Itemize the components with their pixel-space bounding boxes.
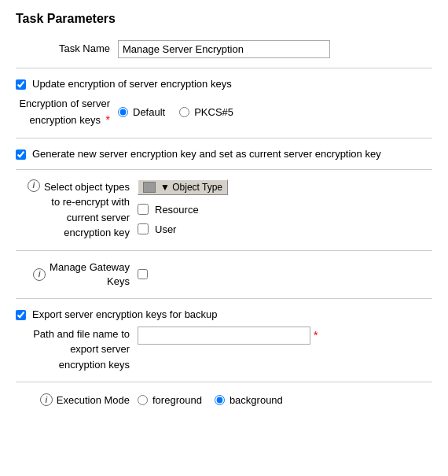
divider-2 (16, 138, 432, 138)
generate-key-row: Generate new server encryption key and s… (16, 148, 432, 160)
radio-foreground-label: foreground (152, 394, 202, 406)
enc-keys-label: Encryption of serverencryption keys * (16, 96, 118, 128)
export-path-row: Path and file name toexport serverencryp… (16, 327, 432, 373)
gateway-row: i Manage GatewayKeys (16, 260, 432, 289)
divider-5 (16, 298, 432, 299)
divider-6 (16, 382, 432, 382)
export-path-required: * (314, 329, 318, 341)
enc-keys-row: Encryption of serverencryption keys * De… (16, 96, 432, 128)
generate-key-label: Generate new server encryption key and s… (32, 148, 381, 160)
resource-row: Resource (138, 204, 228, 216)
user-label: User (155, 223, 176, 235)
object-type-btn-label: ▼ Object Type (160, 182, 222, 193)
object-type-label: Select object typesto re-encrypt withcur… (44, 179, 130, 241)
task-name-input[interactable] (118, 40, 330, 58)
task-name-label: Task Name (16, 42, 118, 56)
export-path-wrap: * (138, 327, 318, 345)
gateway-label: i Manage GatewayKeys (16, 260, 138, 289)
divider-4 (16, 250, 432, 251)
resource-checkbox[interactable] (138, 204, 149, 215)
radio-default[interactable] (118, 107, 128, 117)
update-encryption-label: Update encryption of server encryption k… (32, 78, 232, 90)
radio-pkcs-label: PKCS#5 (194, 106, 233, 118)
gateway-keys-label: Manage GatewayKeys (50, 260, 130, 289)
enc-keys-radio-group: Default PKCS#5 (118, 106, 243, 118)
resource-label: Resource (155, 204, 199, 216)
execution-mode-label: Execution Mode (57, 394, 130, 406)
info-icon-3: i (40, 393, 53, 406)
export-path-label: Path and file name toexport serverencryp… (16, 327, 138, 373)
divider-3 (16, 169, 432, 170)
info-icon-1: i (28, 179, 40, 192)
object-type-header: ▼ Object Type (138, 179, 228, 195)
gateway-checkbox[interactable] (138, 269, 148, 279)
task-name-row: Task Name (16, 40, 432, 58)
enc-keys-required: * (106, 113, 110, 126)
execution-row: i Execution Mode foreground background (16, 393, 432, 406)
radio-foreground[interactable] (138, 395, 148, 405)
radio-pkcs[interactable] (179, 107, 189, 117)
divider-1 (16, 68, 432, 68)
user-row: User (138, 223, 228, 235)
object-type-button[interactable]: ▼ Object Type (138, 179, 228, 195)
export-path-input[interactable] (138, 327, 310, 345)
object-type-section: i Select object typesto re-encrypt withc… (16, 179, 432, 241)
object-type-controls: ▼ Object Type Resource User (138, 179, 228, 238)
export-keys-checkbox[interactable] (16, 310, 26, 320)
update-encryption-row: Update encryption of server encryption k… (16, 78, 432, 90)
radio-background-label: background (230, 394, 283, 406)
radio-default-label: Default (133, 106, 165, 118)
update-encryption-checkbox[interactable] (16, 79, 26, 90)
execution-radios: foreground background (138, 394, 291, 406)
info-icon-2: i (33, 268, 46, 281)
generate-key-checkbox[interactable] (16, 149, 26, 160)
btn-icon (143, 182, 156, 193)
execution-label: i Execution Mode (16, 393, 138, 406)
radio-background[interactable] (215, 395, 225, 405)
page-title: Task Parameters (16, 12, 432, 26)
user-checkbox[interactable] (138, 223, 149, 234)
export-keys-label: Export server encryption keys for backup (32, 308, 218, 320)
export-keys-row: Export server encryption keys for backup (16, 308, 432, 320)
